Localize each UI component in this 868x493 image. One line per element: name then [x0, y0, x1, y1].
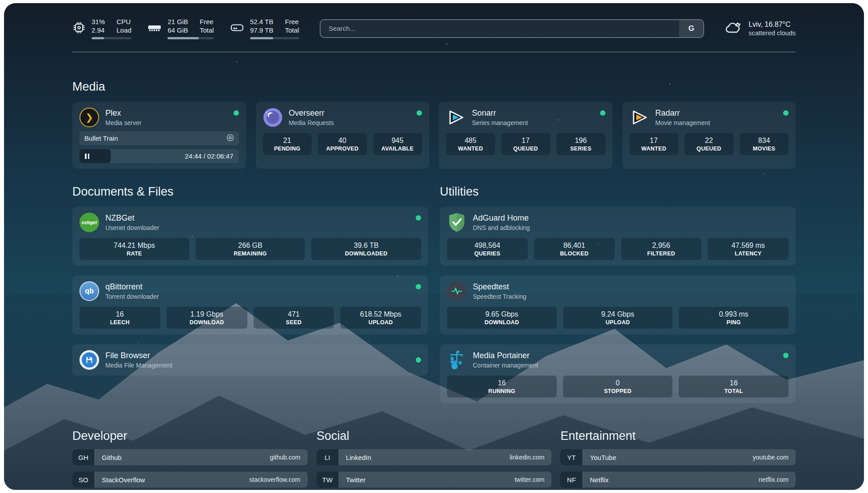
stat-pending: 21 PENDING — [263, 133, 312, 155]
pause-icon — [85, 154, 89, 159]
section-title-documents: Documents & Files — [72, 185, 428, 199]
service-card-nzbget[interactable]: nzbget NZBGet Usenet downloader 744.21 M… — [72, 207, 428, 266]
bookmark-name: StackOverflow — [94, 472, 145, 488]
stat-series: 196 SERIES — [556, 133, 605, 155]
bookmark-url: stackoverflow.com — [249, 472, 307, 488]
portainer-logo-icon — [447, 350, 467, 370]
stat-upload: 618.52 Mbps UPLOAD — [340, 307, 421, 329]
top-bar: 31% 2.94 CPU Load — [72, 17, 796, 39]
bookmark-url: netflix.com — [759, 472, 796, 488]
memory-icon — [147, 21, 162, 36]
bookmark-netflix[interactable]: NF Netflix netflix.com — [560, 472, 796, 488]
disk-free-value: 52.4 TB — [250, 17, 273, 26]
service-description: Media File Management — [105, 362, 172, 369]
now-playing-title: Bullet Train — [84, 134, 118, 142]
service-card-portainer[interactable]: Media Portainer Container management 16 … — [440, 344, 796, 403]
section-title-entertainment: Entertainment — [560, 429, 796, 443]
search-provider-button[interactable]: G — [679, 20, 703, 37]
bookmark-youtube[interactable]: YT YouTube youtube.com — [560, 449, 796, 465]
stat-leech: 16 LEECH — [79, 307, 160, 329]
bookmark-github[interactable]: GH Github github.com — [72, 449, 308, 465]
stat-stopped: 0 STOPPED — [563, 376, 673, 397]
bookmark-abbr: GH — [72, 449, 94, 465]
status-online-dot — [417, 110, 422, 116]
stat-queries: 498,564 QUERIES — [447, 238, 528, 260]
stat-available: 945 AVAILABLE — [373, 133, 422, 155]
bookmark-url: twitter.com — [514, 472, 551, 488]
stat-remaining: 266 GB REMAINING — [196, 238, 305, 260]
section-title-media: Media — [72, 80, 796, 94]
bookmark-url: linkedin.com — [510, 449, 552, 465]
playback-progress-row: 24:44 / 02:06:47 — [79, 149, 239, 163]
service-description: Media server — [105, 119, 142, 126]
plex-logo-icon: ❯ — [79, 108, 99, 127]
stat-movies: 834 MOVIES — [740, 133, 789, 155]
cpu-usage-value: 31% — [92, 17, 105, 26]
service-card-speedtest[interactable]: Speedtest Speedtest Tracking 9.65 Gbps D… — [440, 276, 796, 334]
service-description: Torrent downloader — [105, 293, 159, 300]
service-card-qbittorrent[interactable]: qb qBittorrent Torrent downloader 16 LEE… — [72, 276, 428, 334]
stat-blocked: 86,401 BLOCKED — [534, 238, 615, 260]
qbittorrent-logo-icon: qb — [79, 281, 99, 301]
service-card-sonarr[interactable]: Sonarr Series management 485 WANTED 17 Q… — [439, 102, 613, 169]
bookmark-twitter[interactable]: TW Twitter twitter.com — [317, 472, 552, 488]
service-name: Media Portainer — [473, 351, 538, 360]
service-card-plex[interactable]: ❯ Plex Media server Bullet Train — [72, 102, 246, 169]
service-name: Plex — [105, 109, 142, 118]
resource-widgets: 31% 2.94 CPU Load — [72, 17, 299, 39]
playback-elapsed-fill — [79, 149, 111, 163]
service-description: Movie management — [655, 119, 710, 126]
service-card-radarr[interactable]: Radarr Movie management 17 WANTED 22 QUE… — [622, 102, 796, 169]
stat-seed: 471 SEED — [254, 307, 334, 329]
bookmark-abbr: TW — [317, 472, 338, 488]
service-name: Speedtest — [473, 282, 526, 292]
service-card-filebrowser[interactable]: File Browser Media File Management — [72, 344, 428, 376]
stat-downloaded: 39.6 TB DOWNLOADED — [311, 238, 421, 260]
cpu-load-label: Load — [117, 26, 131, 34]
sonarr-logo-icon — [446, 108, 466, 127]
bookmark-url: youtube.com — [753, 449, 796, 465]
cpu-load-value: 2.94 — [92, 26, 105, 34]
memory-total-label: Total — [200, 26, 214, 34]
playback-time: 24:44 / 02:06:47 — [185, 152, 238, 160]
stat-upload: 9.24 Gbps UPLOAD — [563, 307, 673, 329]
service-name: Radarr — [655, 109, 710, 118]
service-description: DNS and adblocking — [473, 224, 530, 231]
service-description: Usenet downloader — [105, 224, 159, 231]
stat-wanted: 485 WANTED — [446, 133, 495, 155]
disk-free-label: Free — [285, 17, 299, 26]
bookmark-group-entertainment: Entertainment YT YouTube youtube.com NF … — [560, 429, 796, 490]
dashboard-app: 31% 2.94 CPU Load — [4, 3, 864, 490]
bookmark-name: Netflix — [582, 472, 609, 488]
bookmark-linkedin[interactable]: LI LinkedIn linkedin.com — [317, 449, 552, 465]
cpu-icon — [72, 21, 86, 36]
service-name: Sonarr — [472, 109, 528, 118]
service-card-adguard[interactable]: AdGuard Home DNS and adblocking 498,564 … — [440, 207, 796, 266]
service-name: AdGuard Home — [473, 213, 530, 223]
memory-free-value: 21 GiB — [167, 17, 188, 26]
bookmark-group-social: Social LI LinkedIn linkedin.com TW Twitt… — [317, 429, 552, 490]
overseerr-logo-icon — [263, 108, 283, 127]
now-playing-row: Bullet Train — [79, 131, 239, 145]
status-online-dot — [416, 215, 421, 221]
weather-condition: scattered clouds — [748, 29, 796, 37]
memory-progress-bar — [167, 37, 214, 39]
stat-download: 9.65 Gbps DOWNLOAD — [447, 307, 557, 329]
header-divider — [72, 52, 796, 52]
service-card-overseerr[interactable]: Overseerr Media Requests 21 PENDING 40 A… — [256, 102, 430, 169]
bookmark-stackoverflow[interactable]: SO StackOverflow stackoverflow.com — [72, 472, 308, 488]
stat-running: 16 RUNNING — [447, 376, 557, 397]
status-online-dot — [416, 284, 421, 289]
cpu-progress-bar — [92, 37, 131, 39]
cpu-usage-label: CPU — [117, 17, 131, 26]
cloud-icon — [725, 21, 743, 37]
disk-total-value: 97.9 TB — [250, 26, 273, 34]
bookmark-name: LinkedIn — [338, 449, 371, 465]
status-online-dot — [416, 357, 421, 363]
speedtest-logo-icon — [447, 281, 467, 301]
filebrowser-logo-icon — [79, 350, 99, 370]
search-input[interactable] — [321, 20, 680, 37]
search-bar: G — [320, 19, 705, 38]
section-title-developer: Developer — [72, 429, 308, 443]
service-name: qBittorrent — [105, 282, 159, 292]
